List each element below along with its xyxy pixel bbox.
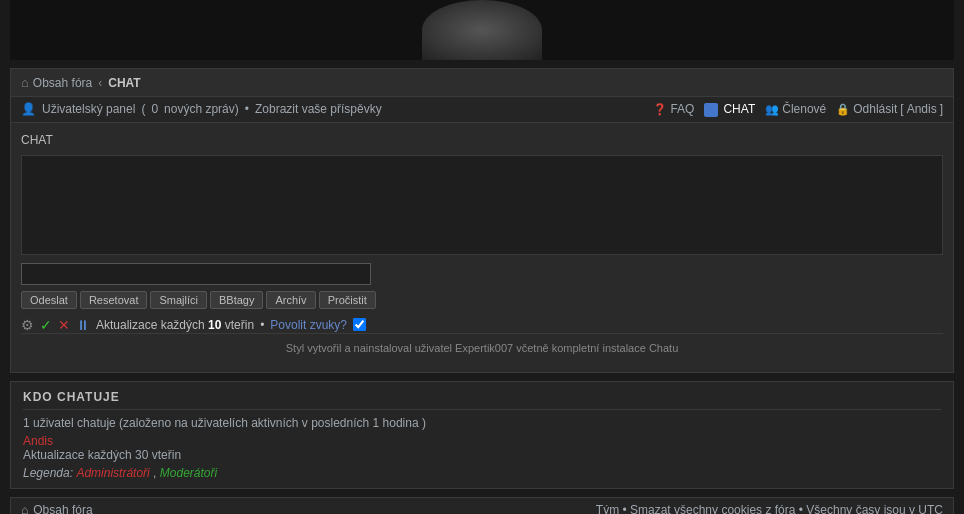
view-posts-link[interactable]: Zobrazit vaše příspěvky — [255, 102, 382, 116]
bbtags-button[interactable]: BBtagy — [210, 291, 263, 309]
breadcrumb-home-link[interactable]: Obsah fóra — [33, 76, 92, 90]
style-credit: Styl vytvořil a nainstaloval uživatel Ex… — [21, 333, 943, 362]
user-bracket-close: ] — [940, 102, 943, 116]
controls-bullet: • — [260, 318, 264, 332]
user-bracket-open: [ — [900, 102, 903, 116]
clear-button[interactable]: Pročistit — [319, 291, 376, 309]
logout-link[interactable]: 🔒 Odhlásit [ Andis ] — [836, 102, 943, 116]
cross-icon[interactable]: ✕ — [58, 317, 70, 333]
chat-nav-label: CHAT — [723, 102, 755, 116]
breadcrumb-current: CHAT — [108, 76, 140, 90]
chat-controls-row: ⚙ ✓ ✕ ⏸ Aktualizace každých 10 vteřin • … — [21, 317, 943, 333]
who-chatuje-count: 1 uživatel chatuje (založeno na uživatel… — [23, 416, 941, 430]
pause-icon[interactable]: ⏸ — [76, 317, 90, 333]
reset-button[interactable]: Resetovat — [80, 291, 148, 309]
user-panel-link[interactable]: Uživatelský panel — [42, 102, 135, 116]
logout-icon: 🔒 — [836, 103, 850, 116]
legenda-label: Legenda: — [23, 466, 73, 480]
members-link[interactable]: 👥 Členové — [765, 102, 826, 116]
permit-sounds-checkbox[interactable] — [353, 318, 366, 331]
faq-link[interactable]: ❓ FAQ — [653, 102, 694, 116]
archive-button[interactable]: Archív — [266, 291, 315, 309]
footer-home-link[interactable]: Obsah fóra — [33, 503, 92, 514]
legenda-sep: , — [153, 466, 160, 480]
faq-icon: ❓ — [653, 103, 667, 116]
legenda-mod: Moderátoři — [160, 466, 217, 480]
permit-sounds-link[interactable]: Povolit zvuky? — [270, 318, 347, 332]
who-chatuje-user: Andis — [23, 434, 941, 448]
footer-left: ⌂ Obsah fóra — [21, 503, 93, 514]
nav-left: 👤 Uživatelský panel (0 nových zpráv) • Z… — [21, 102, 382, 116]
update-text: Aktualizace každých 10 vteřin — [96, 318, 254, 332]
members-label: Členové — [782, 102, 826, 116]
send-button[interactable]: Odeslat — [21, 291, 77, 309]
update-suffix-text: vteřin — [225, 318, 254, 332]
who-chatuje-title: KDO CHATUJE — [23, 390, 941, 410]
person-icon: 👤 — [21, 102, 36, 116]
footer-right: Tým • Smazat všechny cookies z fóra • Vš… — [596, 503, 943, 514]
chat-nav-icon — [704, 102, 720, 117]
new-messages-label: nových zpráv) — [164, 102, 239, 116]
legenda-admin: Administrátoři — [76, 466, 149, 480]
who-legenda: Legenda: Administrátoři , Moderátoři — [23, 466, 941, 480]
nav-username: Andis — [907, 102, 937, 116]
breadcrumb: ⌂ Obsah fóra ‹ CHAT — [11, 69, 953, 97]
settings-icon[interactable]: ⚙ — [21, 317, 34, 333]
breadcrumb-separator: ‹ — [98, 76, 102, 90]
footer-home-icon: ⌂ — [21, 503, 28, 514]
chat-input-row — [21, 263, 943, 285]
chatting-username: Andis — [23, 434, 53, 448]
new-messages-count: 0 — [151, 102, 158, 116]
chat-buttons: Odeslat Resetovat Smajlíci BBtagy Archív… — [21, 291, 943, 309]
faq-label: FAQ — [670, 102, 694, 116]
chat-display-area — [21, 155, 943, 255]
chat-link[interactable]: CHAT — [704, 102, 755, 117]
update-interval: 10 — [208, 318, 221, 332]
chat-section: CHAT Odeslat Resetovat Smajlíci BBtagy A… — [11, 123, 953, 372]
nav-bullet: • — [245, 102, 249, 116]
who-chatuje-section: KDO CHATUJE 1 uživatel chatuje (založeno… — [10, 381, 954, 489]
members-icon: 👥 — [765, 103, 779, 116]
site-banner — [422, 0, 542, 60]
check-icon[interactable]: ✓ — [40, 317, 52, 333]
footer-bar: ⌂ Obsah fóra Tým • Smazat všechny cookie… — [10, 497, 954, 514]
nav-bar: 👤 Uživatelský panel (0 nových zpráv) • Z… — [11, 97, 953, 123]
smileys-button[interactable]: Smajlíci — [150, 291, 207, 309]
home-icon: ⌂ — [21, 75, 29, 90]
nav-right: ❓ FAQ CHAT 👥 Členové 🔒 Odhlásit [ Andis … — [653, 102, 943, 117]
who-chatuje-update: Aktualizace každých 30 vteřin — [23, 448, 941, 462]
new-messages-paren-open: ( — [141, 102, 145, 116]
logout-label: Odhlásit — [853, 102, 897, 116]
update-prefix: Aktualizace každých — [96, 318, 205, 332]
chat-section-title: CHAT — [21, 133, 943, 147]
chat-text-input[interactable] — [21, 263, 371, 285]
